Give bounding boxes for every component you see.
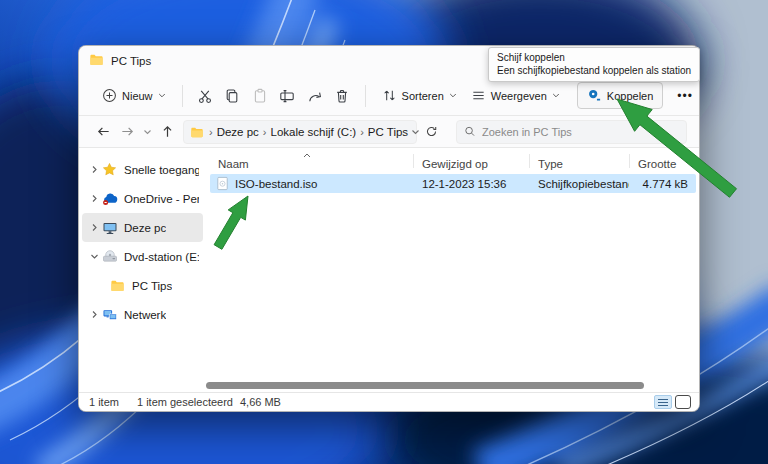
- sidebar-item-label: Netwerk: [124, 309, 166, 321]
- explorer-window: PC Tips Nieuw: [78, 45, 700, 412]
- toolbar-divider: [365, 85, 366, 107]
- mount-disc-icon: [587, 88, 602, 103]
- dvd-drive-icon: [102, 249, 118, 265]
- network-icon: [102, 307, 118, 323]
- recent-locations-button[interactable]: [139, 120, 155, 144]
- refresh-icon: [425, 125, 438, 138]
- computer-icon: [102, 220, 118, 236]
- refresh-button[interactable]: [420, 120, 442, 144]
- sidebar-item-dvd-station[interactable]: Dvd-station (E:) 2023: [82, 242, 203, 271]
- column-header-type[interactable]: Type: [529, 148, 629, 173]
- file-list-pane: Naam Gewijzigd op Type Grootte ISO: [206, 148, 699, 392]
- file-row-iso-bestand[interactable]: ISO-bestand.iso 12-1-2023 15:36 Schijfko…: [210, 174, 696, 193]
- folder-icon: [89, 52, 104, 71]
- column-header-label: Grootte: [638, 158, 676, 170]
- copy-button[interactable]: [219, 81, 246, 111]
- chevron-down-icon: [552, 92, 560, 99]
- share-button[interactable]: [301, 81, 328, 111]
- breadcrumb-item-pc-tips[interactable]: PC Tips: [365, 126, 411, 138]
- search-box[interactable]: [456, 120, 687, 144]
- rename-button[interactable]: [274, 81, 301, 111]
- breadcrumb-item-lokale-schijf[interactable]: Lokale schijf (C:): [268, 126, 360, 138]
- chevron-right-icon[interactable]: [90, 194, 102, 203]
- view-list-icon: [471, 88, 486, 103]
- paste-icon: [252, 88, 268, 104]
- chevron-down-icon: [143, 128, 152, 136]
- sidebar-item-netwerk[interactable]: Netwerk: [82, 300, 203, 329]
- scrollbar-thumb[interactable]: [206, 382, 644, 389]
- star-icon: [102, 162, 118, 177]
- details-view-button[interactable]: [654, 395, 672, 409]
- forward-button[interactable]: [115, 120, 139, 144]
- sidebar-item-label: Snelle toegang: [124, 164, 199, 176]
- sidebar-item-label: PC Tips: [132, 280, 172, 292]
- navigation-pane: Snelle toegang OneDrive - Personal Deze …: [79, 148, 206, 392]
- arrow-right-icon: [120, 124, 135, 139]
- mount-button[interactable]: Koppelen: [577, 82, 664, 109]
- chevron-right-icon[interactable]: [90, 310, 102, 319]
- column-header-grootte[interactable]: Grootte: [629, 148, 700, 173]
- column-header-label: Type: [538, 158, 563, 170]
- selection-size: 4,66 MB: [240, 396, 281, 408]
- sidebar-item-label: Dvd-station (E:) 2023: [124, 251, 199, 263]
- sort-icon: [382, 88, 397, 103]
- search-icon: [464, 125, 476, 138]
- file-modified: 12-1-2023 15:36: [413, 178, 529, 190]
- up-button[interactable]: [155, 120, 179, 144]
- arrow-up-icon: [160, 124, 175, 139]
- chevron-right-icon[interactable]: [90, 223, 102, 232]
- search-input[interactable]: [482, 126, 679, 138]
- new-button[interactable]: Nieuw: [95, 82, 173, 109]
- horizontal-scrollbar[interactable]: [206, 381, 699, 390]
- address-bar: › Deze pc › Lokale schijf (C:) › PC Tips: [79, 116, 699, 148]
- file-size: 4.774 kB: [629, 178, 696, 190]
- sidebar-item-pc-tips[interactable]: PC Tips: [82, 271, 203, 300]
- chevron-down-icon: [411, 128, 420, 136]
- breadcrumb-item-deze-pc[interactable]: Deze pc: [214, 126, 262, 138]
- iso-file-icon: [215, 176, 230, 191]
- back-button[interactable]: [91, 120, 115, 144]
- scissors-icon: [197, 88, 213, 104]
- folder-icon: [190, 125, 204, 139]
- sort-ascending-icon: [302, 149, 312, 161]
- column-header-label: Naam: [218, 158, 249, 170]
- sidebar-item-snelle-toegang[interactable]: Snelle toegang: [82, 155, 203, 184]
- file-type: Schijfkopiebestand: [529, 178, 629, 190]
- command-bar: Nieuw Sorteren Weergeven: [79, 76, 699, 116]
- tooltip-title: Schijf koppelen: [497, 52, 691, 63]
- sidebar-item-label: OneDrive - Personal: [124, 193, 199, 205]
- breadcrumb[interactable]: › Deze pc › Lokale schijf (C:) › PC Tips: [183, 120, 417, 144]
- sort-button[interactable]: Sorteren: [375, 82, 464, 109]
- see-more-button[interactable]: •••: [671, 83, 699, 109]
- cut-button[interactable]: [191, 81, 218, 111]
- copy-icon: [224, 88, 240, 104]
- chevron-down-icon: [158, 92, 166, 99]
- folder-icon: [110, 278, 126, 293]
- file-name: ISO-bestand.iso: [235, 178, 317, 190]
- sidebar-item-onedrive[interactable]: OneDrive - Personal: [82, 184, 203, 213]
- rename-icon: [279, 88, 295, 104]
- view-button-label: Weergeven: [491, 90, 547, 102]
- new-button-label: Nieuw: [122, 90, 153, 102]
- chevron-down-icon: [449, 92, 457, 99]
- arrow-left-icon: [96, 124, 111, 139]
- view-button[interactable]: Weergeven: [464, 82, 567, 109]
- onedrive-cloud-icon: [102, 191, 118, 207]
- address-dropdown-button[interactable]: [411, 128, 420, 136]
- column-header-naam[interactable]: Naam: [206, 148, 413, 173]
- trash-icon: [334, 88, 350, 104]
- column-header-gewijzigd-op[interactable]: Gewijzigd op: [413, 148, 529, 173]
- large-icons-view-button[interactable]: [675, 395, 691, 409]
- mount-tooltip: Schijf koppelen Een schijfkopiebestand k…: [488, 47, 700, 82]
- sidebar-item-label: Deze pc: [124, 222, 166, 234]
- status-bar: 1 item 1 item geselecteerd 4,66 MB: [79, 392, 699, 411]
- paste-button[interactable]: [246, 81, 273, 111]
- selection-count: 1 item geselecteerd: [137, 396, 233, 408]
- delete-button[interactable]: [328, 81, 355, 111]
- sort-button-label: Sorteren: [402, 90, 444, 102]
- chevron-down-icon[interactable]: [90, 252, 102, 261]
- column-header-label: Gewijzigd op: [422, 158, 488, 170]
- sidebar-item-deze-pc[interactable]: Deze pc: [82, 213, 203, 242]
- chevron-right-icon[interactable]: [90, 165, 102, 174]
- window-title: PC Tips: [111, 55, 151, 67]
